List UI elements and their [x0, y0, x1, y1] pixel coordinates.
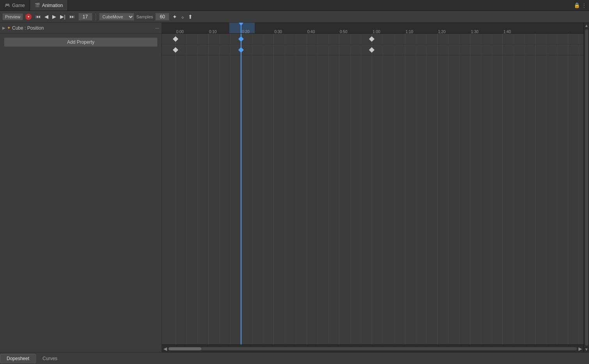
vline-m6 — [263, 34, 263, 344]
vline-1 — [176, 34, 176, 344]
vline-m3 — [219, 34, 220, 344]
ruler-label-100: 1:00 — [373, 30, 380, 34]
tab-game[interactable]: 🎮 Game — [0, 0, 30, 11]
menu-icon[interactable]: ⋮ — [582, 2, 587, 8]
tab-icons-right: 🔒 ⋮ — [574, 2, 587, 8]
ruler-label-110: 1:10 — [406, 30, 413, 34]
vline-4 — [273, 34, 274, 344]
keyframe-2-3[interactable] — [369, 47, 374, 52]
keyframe-area[interactable] — [162, 34, 584, 344]
ruler-label-050: 0:50 — [340, 30, 347, 34]
keyframe-1-1[interactable] — [173, 36, 178, 41]
skip-forward-button[interactable]: ⏭ — [68, 13, 76, 20]
ruler-label-030: 0:30 — [274, 30, 282, 34]
playhead-line — [241, 34, 241, 344]
skip-back-button[interactable]: ⏮ — [34, 13, 42, 20]
scroll-down-button[interactable]: ▼ — [584, 346, 589, 352]
scroll-right-button[interactable]: ▶ — [578, 346, 582, 352]
vline-m13 — [383, 34, 383, 344]
lock-icon[interactable]: 🔒 — [574, 2, 580, 8]
keyframe-1-3[interactable] — [369, 36, 374, 41]
vline-m16 — [426, 34, 427, 344]
property-row-cube-position[interactable]: ▶ ✦ Cube : Position — — [0, 23, 161, 34]
vline-m2 — [197, 34, 198, 344]
animation-icon: 🎬 — [35, 3, 40, 8]
game-icon: 🎮 — [5, 3, 10, 8]
vline-m9 — [318, 34, 318, 344]
vline-12 — [535, 34, 536, 344]
vline-13 — [568, 34, 568, 344]
event-button[interactable]: ⬆ — [187, 13, 193, 21]
tab-dopesheet[interactable]: Dopesheet — [0, 354, 36, 363]
vline-6 — [339, 34, 339, 344]
vline-11 — [502, 34, 503, 344]
tab-curves[interactable]: Curves — [36, 354, 64, 363]
add-property-area: Add Property — [0, 34, 161, 51]
toolbar: Preview ● ⏮ ◀ ▶ ▶| ⏭ CubeMove Samples ✦ … — [0, 11, 589, 23]
key-button[interactable]: ⬦ — [180, 13, 185, 21]
dopesheet-label: Dopesheet — [7, 356, 29, 361]
vline-5 — [307, 34, 307, 344]
step-back-button[interactable]: ◀ — [43, 13, 50, 20]
samples-label: Samples — [137, 14, 153, 19]
playhead-ruler — [241, 23, 241, 33]
auto-key-button[interactable]: ✦ — [172, 13, 178, 21]
ruler-marks: 0:00 0:10 0:20 0:30 0:40 0:50 1: — [162, 23, 584, 33]
samples-input[interactable] — [155, 13, 169, 21]
tab-game-label: Game — [12, 3, 25, 8]
vline-7 — [372, 34, 372, 344]
vline-m11 — [350, 34, 351, 344]
vline-m25 — [579, 34, 579, 344]
bottom-bar: Dopesheet Curves — [0, 352, 589, 364]
preview-button[interactable]: Preview — [2, 13, 23, 20]
vline-m8 — [296, 34, 296, 344]
vline-m15 — [416, 34, 416, 344]
step-forward-button[interactable]: ▶| — [59, 13, 67, 20]
playhead-triangle — [239, 23, 243, 26]
ruler-label-040: 0:40 — [307, 30, 315, 34]
record-button[interactable]: ● — [25, 14, 32, 20]
ruler-label-000: 0:00 — [176, 30, 184, 34]
scroll-area: ◀ ▶ — [162, 344, 584, 352]
ruler-label-130: 1:30 — [471, 30, 478, 34]
tab-animation[interactable]: 🎬 Animation — [30, 0, 68, 11]
vline-m22 — [525, 34, 525, 344]
keyframe-row-2 — [162, 44, 584, 55]
tab-bar: 🎮 Game 🎬 Animation 🔒 ⋮ — [0, 0, 589, 11]
vscroll-track[interactable] — [585, 29, 588, 346]
vline-9 — [437, 34, 438, 344]
vline-m5 — [252, 34, 252, 344]
vline-10 — [470, 34, 470, 344]
property-close-btn[interactable]: — — [155, 26, 159, 30]
vline-m7 — [285, 34, 285, 344]
vline-2 — [208, 34, 209, 344]
play-button[interactable]: ▶ — [51, 13, 58, 20]
main-area: ▶ ✦ Cube : Position — Add Property 0:00 … — [0, 23, 589, 352]
frame-input[interactable] — [78, 13, 92, 21]
add-property-button[interactable]: Add Property — [4, 37, 158, 47]
vline-m12 — [361, 34, 361, 344]
curves-label: Curves — [43, 356, 57, 361]
keyframe-row-1 — [162, 34, 584, 44]
separator-1 — [96, 13, 96, 20]
scrollbar-track[interactable] — [169, 347, 577, 350]
vline-m17 — [448, 34, 449, 344]
vline-m10 — [328, 34, 329, 344]
right-scrollbar: ▲ ▼ — [584, 23, 589, 352]
expand-icon: ▶ — [2, 26, 5, 30]
vline-m19 — [481, 34, 481, 344]
ruler-label-120: 1:20 — [438, 30, 445, 34]
scrollbar-thumb[interactable] — [169, 347, 201, 350]
clip-select[interactable]: CubeMove — [99, 13, 134, 21]
vline-m21 — [514, 34, 514, 344]
property-name: Cube : Position — [12, 25, 155, 31]
timeline-area: 0:00 0:10 0:20 0:30 0:40 0:50 1: — [162, 23, 584, 352]
scroll-up-button[interactable]: ▲ — [584, 23, 589, 28]
scroll-left-button[interactable]: ◀ — [163, 346, 167, 352]
grid-lines — [162, 34, 584, 344]
vline-m24 — [557, 34, 557, 344]
timeline-ruler: 0:00 0:10 0:20 0:30 0:40 0:50 1: — [162, 23, 584, 34]
tab-animation-label: Animation — [42, 3, 63, 8]
keyframe-2-1[interactable] — [173, 47, 178, 52]
tabs: 🎮 Game 🎬 Animation — [0, 0, 68, 11]
